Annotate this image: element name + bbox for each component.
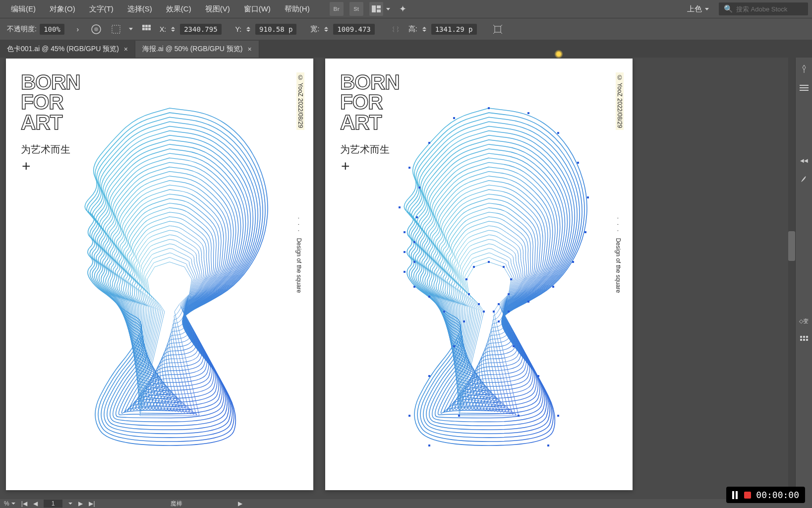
svg-rect-19 bbox=[572, 261, 574, 263]
nav-last-icon[interactable]: ▶| bbox=[89, 500, 95, 507]
y-spinner[interactable] bbox=[246, 27, 253, 32]
chevron-down-icon bbox=[705, 8, 709, 10]
nav-prev-icon[interactable]: ◀ bbox=[33, 500, 38, 507]
svg-rect-51 bbox=[508, 293, 510, 295]
svg-rect-21 bbox=[527, 301, 529, 303]
opacity-value[interactable]: 100% bbox=[40, 24, 64, 35]
cursor-highlight-icon bbox=[554, 50, 563, 59]
menu-object[interactable]: 对象(O) bbox=[43, 2, 82, 16]
svg-rect-60 bbox=[473, 266, 475, 268]
y-value[interactable]: 910.58 p bbox=[255, 24, 296, 35]
svg-rect-66 bbox=[803, 339, 805, 341]
align-panel-icon[interactable] bbox=[797, 332, 812, 347]
svg-rect-44 bbox=[408, 167, 410, 169]
poster-plus: + bbox=[22, 158, 31, 175]
tab-doc-0[interactable]: 色卡001.ai @ 45% (RGB/GPU 预览) × bbox=[0, 41, 135, 58]
recolor-icon[interactable] bbox=[89, 22, 103, 36]
expand-panel-icon[interactable]: ◀◀ bbox=[797, 153, 812, 168]
x-value[interactable]: 2340.795 bbox=[180, 24, 221, 35]
status-bar: % |◀ ◀ 1 ▶ ▶| 魔棒 ▶ bbox=[0, 499, 812, 508]
recorder-time: 00:00:00 bbox=[756, 490, 799, 500]
arrange-icon[interactable] bbox=[369, 2, 383, 16]
menu-bar: 编辑(E) 对象(O) 文字(T) 选择(S) 效果(C) 视图(V) 窗口(W… bbox=[0, 0, 812, 18]
svg-rect-1 bbox=[377, 5, 381, 8]
opacity-label: 不透明度: bbox=[7, 25, 37, 34]
transform-dropdown-icon[interactable] bbox=[129, 28, 133, 30]
workspace-selector[interactable]: 上色 bbox=[682, 2, 714, 16]
w-value[interactable]: 1009.473 bbox=[333, 24, 374, 35]
poster-side-label: · · · Design of the square bbox=[295, 217, 302, 293]
panel-menu-icon[interactable] bbox=[797, 80, 812, 95]
svg-rect-5 bbox=[112, 25, 120, 33]
svg-rect-11 bbox=[148, 28, 151, 30]
svg-rect-50 bbox=[510, 278, 512, 280]
artboard-number[interactable]: 1 bbox=[44, 500, 63, 508]
nav-dropdown-icon[interactable] bbox=[68, 503, 72, 505]
svg-rect-49 bbox=[503, 266, 505, 268]
menu-effect[interactable]: 效果(C) bbox=[159, 2, 198, 16]
record-button[interactable] bbox=[744, 492, 751, 499]
svg-rect-45 bbox=[428, 142, 430, 144]
svg-rect-63 bbox=[803, 336, 805, 338]
svg-rect-2 bbox=[377, 9, 381, 12]
w-label: 宽: bbox=[310, 25, 319, 34]
search-input[interactable] bbox=[736, 5, 803, 13]
h-value[interactable]: 1341.29 p bbox=[431, 24, 477, 35]
menu-edit[interactable]: 编辑(E) bbox=[4, 2, 43, 16]
svg-rect-33 bbox=[443, 311, 445, 313]
bridge-icon[interactable]: Br bbox=[330, 2, 344, 16]
document-tabs: 色卡001.ai @ 45% (RGB/GPU 预览) × 海报.ai @ 50… bbox=[0, 40, 812, 58]
svg-rect-39 bbox=[413, 241, 415, 243]
opacity-control[interactable]: 不透明度: 100% › bbox=[7, 23, 82, 35]
svg-rect-28 bbox=[428, 444, 430, 446]
brushes-panel-icon[interactable] bbox=[797, 172, 812, 187]
play-icon[interactable]: ▶ bbox=[238, 500, 242, 507]
isolate-icon[interactable] bbox=[491, 22, 505, 36]
poster-plus: + bbox=[341, 158, 350, 175]
svg-rect-54 bbox=[518, 415, 520, 417]
zoom-display[interactable]: % bbox=[4, 500, 15, 507]
poster-credit: © YooZ 2022/08/29 bbox=[616, 72, 624, 130]
nav-first-icon[interactable]: |◀ bbox=[21, 500, 27, 507]
opacity-arrow-icon[interactable]: › bbox=[73, 23, 82, 35]
arrange-dropdown-icon[interactable] bbox=[386, 8, 390, 10]
menu-type[interactable]: 文字(T) bbox=[82, 2, 120, 16]
svg-rect-52 bbox=[498, 303, 500, 305]
search-icon: 🔍 bbox=[724, 4, 733, 13]
close-icon[interactable]: × bbox=[247, 45, 251, 53]
w-spinner[interactable] bbox=[324, 27, 331, 32]
link-wh-icon[interactable] bbox=[389, 22, 403, 36]
gpu-rocket-icon[interactable]: ✦ bbox=[399, 3, 406, 14]
scrollbar-vertical[interactable] bbox=[788, 58, 795, 499]
properties-panel-icon[interactable] bbox=[797, 62, 812, 76]
svg-rect-9 bbox=[142, 28, 145, 30]
close-icon[interactable]: × bbox=[124, 45, 128, 53]
stock-icon[interactable]: St bbox=[349, 2, 363, 16]
poster-credit: © YooZ 2022/08/29 bbox=[296, 72, 304, 130]
transform-panel-icon[interactable]: ◇ 变 bbox=[797, 314, 812, 328]
tab-doc-1[interactable]: 海报.ai @ 50% (RGB/GPU 预览) × bbox=[135, 41, 259, 58]
menu-view[interactable]: 视图(V) bbox=[198, 2, 237, 16]
transform-icon[interactable] bbox=[109, 22, 123, 36]
svg-rect-22 bbox=[508, 311, 510, 313]
svg-rect-67 bbox=[806, 339, 808, 341]
artboard-right[interactable]: BORN FOR ART 为艺术而生 + © YooZ 2022/08/29 ·… bbox=[325, 59, 633, 490]
search-stock[interactable]: 🔍 bbox=[719, 2, 808, 15]
svg-rect-58 bbox=[468, 293, 470, 295]
screen-recorder-overlay: 00:00:00 bbox=[726, 487, 805, 503]
menu-select[interactable]: 选择(S) bbox=[120, 2, 159, 16]
align-icon[interactable] bbox=[140, 22, 154, 36]
artboard-left[interactable]: BORN FOR ART 为艺术而生 + © YooZ 2022/08/29 ·… bbox=[6, 59, 313, 490]
head-blend-art-selected[interactable] bbox=[370, 98, 608, 455]
x-spinner[interactable] bbox=[171, 27, 178, 32]
canvas[interactable]: BORN FOR ART 为艺术而生 + © YooZ 2022/08/29 ·… bbox=[0, 58, 812, 499]
menu-help[interactable]: 帮助(H) bbox=[278, 2, 317, 16]
svg-rect-18 bbox=[584, 231, 586, 233]
svg-rect-61 bbox=[488, 261, 490, 263]
nav-next-icon[interactable]: ▶ bbox=[78, 500, 83, 507]
svg-rect-7 bbox=[145, 25, 148, 27]
pause-button[interactable] bbox=[732, 491, 739, 499]
h-spinner[interactable] bbox=[422, 27, 429, 32]
svg-point-4 bbox=[94, 27, 98, 31]
menu-window[interactable]: 窗口(W) bbox=[237, 2, 278, 16]
